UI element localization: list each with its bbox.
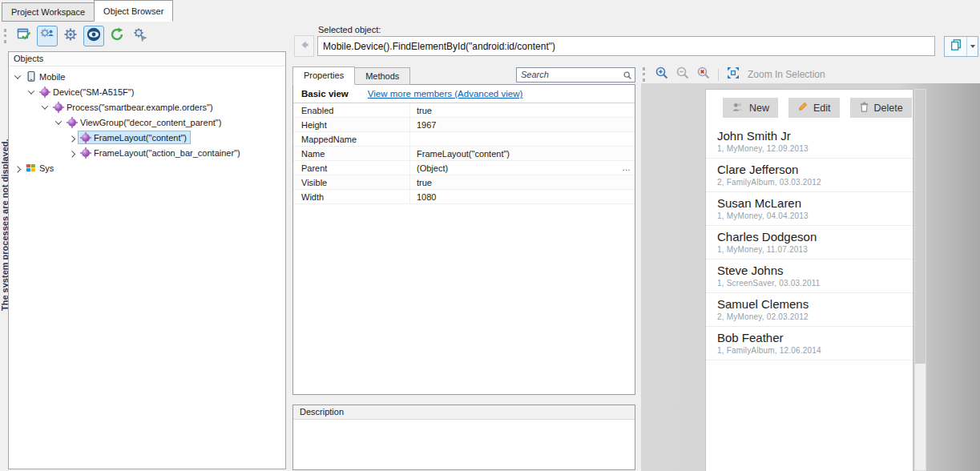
run-routine-button[interactable] [130, 26, 151, 46]
list-item[interactable]: John Smith Jr 1, MyMoney, 12.09.2013 [706, 125, 913, 159]
selected-object-input[interactable] [317, 36, 935, 56]
description-panel: Description [292, 405, 635, 470]
property-name: Parent [293, 161, 410, 175]
people-icon [732, 102, 744, 115]
gears-person-icon [40, 27, 54, 45]
chevron-down-icon[interactable] [12, 71, 23, 83]
toolbar-grip[interactable] [643, 67, 645, 82]
mobile-phone-icon [25, 70, 37, 83]
contact-name: John Smith Jr [717, 128, 901, 143]
property-value: (Object)… [410, 161, 635, 175]
edit-button[interactable]: Edit [788, 98, 840, 118]
chevron-down-icon[interactable] [26, 87, 37, 98]
zoom-in-icon [655, 66, 669, 83]
toolbar-separator [718, 69, 719, 81]
property-row[interactable]: Name FrameLayout("content") [293, 147, 635, 161]
trash-icon [859, 101, 869, 115]
tree-node-device[interactable]: Device("SM-A515F") [9, 84, 285, 99]
highlight-object-button[interactable] [83, 26, 104, 46]
property-name: Enabled [293, 103, 410, 117]
gear-arrow-icon [133, 27, 147, 45]
property-row[interactable]: Visible true [293, 175, 635, 190]
viewer-scrollbar[interactable] [914, 89, 926, 471]
list-item[interactable]: Samuel Clemens 2, MyMoney, 02.03.2012 [706, 293, 913, 327]
chevron-right-icon[interactable] [67, 132, 78, 143]
property-row[interactable]: Parent (Object)… [293, 161, 635, 175]
object-tree: Mobile Device("SM-A515F") Process("smart… [9, 66, 285, 175]
contact-name: Steve Johns [717, 263, 901, 278]
property-value: FrameLayout("content") [410, 147, 635, 160]
object-browser-window: Project Workspace Object Browser The sys… [0, 0, 980, 471]
tab-object-browser[interactable]: Object Browser [94, 0, 173, 22]
property-row[interactable]: Width 1080 [293, 190, 635, 204]
tab-methods[interactable]: Methods [354, 67, 410, 85]
check-objects-button[interactable] [14, 26, 34, 46]
zoom-in-selection-label: Zoom In Selection [748, 69, 825, 80]
property-row[interactable]: Height 1967 [293, 118, 635, 132]
property-row[interactable]: MappedName [293, 132, 635, 147]
tree-node-framelayout-actionbar[interactable]: FrameLayout("action_bar_container") [9, 145, 285, 160]
object-orb-icon [79, 149, 91, 157]
tree-node-sys[interactable]: Sys [9, 160, 285, 175]
contact-details: 1, FamilyAlbum, 12.06.2014 [717, 345, 901, 356]
list-item[interactable]: Steve Johns 1, ScreenSaver, 03.03.2011 [706, 260, 913, 293]
objects-panel: Objects Mobile Device("SM-A515F") Proces… [8, 51, 286, 469]
property-name: Height [293, 118, 410, 131]
button-label: New [749, 103, 769, 114]
inspector-tabs: Properties Methods [292, 66, 409, 85]
search-icon [623, 69, 632, 83]
chevron-right-icon[interactable] [12, 163, 23, 174]
delete-button[interactable]: Delete [850, 98, 912, 118]
zoom-in-button[interactable] [653, 66, 671, 83]
tree-node-viewgroup[interactable]: ViewGroup("decor_content_parent") [9, 115, 285, 130]
tree-node-process[interactable]: Process("smartbear.example.orders") [9, 99, 285, 115]
toolbar-grip[interactable] [4, 29, 6, 43]
object-spy-button[interactable] [37, 26, 58, 46]
object-orb-icon [52, 103, 64, 111]
eye-icon [87, 27, 101, 45]
list-item[interactable]: Bob Feather 1, FamilyAlbum, 12.06.2014 [706, 327, 913, 360]
expand-object-button[interactable]: … [622, 161, 631, 175]
zoom-reset-button[interactable] [695, 66, 712, 83]
chevron-down-icon[interactable] [53, 117, 64, 128]
device-screen-preview[interactable]: New Edit Delete John Smith Jr 1, MyMoney… [705, 89, 913, 471]
tree-node-mobile[interactable]: Mobile [9, 69, 285, 84]
tree-node-label: Sys [39, 163, 54, 173]
property-name: Width [293, 190, 410, 203]
object-orb-icon [79, 134, 91, 142]
chevron-down-icon[interactable] [39, 102, 50, 113]
document-tabs: Project Workspace Object Browser [2, 0, 172, 22]
copy-dropdown-button[interactable] [966, 37, 978, 56]
contact-name: Clare Jefferson [717, 162, 901, 177]
property-row[interactable]: Enabled true [293, 103, 635, 118]
zoom-out-button[interactable] [674, 66, 692, 83]
tree-node-framelayout-content[interactable]: FrameLayout("content") [9, 130, 285, 145]
object-orb-icon [38, 88, 50, 96]
back-button[interactable] [294, 35, 314, 57]
contact-name: Susan McLaren [717, 195, 901, 211]
scrollbar-thumb[interactable] [915, 90, 926, 364]
tab-project-workspace[interactable]: Project Workspace [2, 2, 95, 22]
copy-split-button [944, 36, 978, 57]
refresh-button[interactable] [107, 26, 127, 46]
contact-details: 1, MyMoney, 11.07.2013 [717, 244, 901, 255]
list-item[interactable]: Susan McLaren 1, MyMoney, 04.04.2013 [706, 192, 913, 226]
tab-properties[interactable]: Properties [292, 66, 355, 85]
chevron-right-icon[interactable] [67, 147, 78, 159]
search-input[interactable] [516, 67, 635, 83]
new-button[interactable]: New [723, 98, 778, 118]
grid-view-header: Basic view View more members (Advanced v… [293, 85, 635, 103]
list-item[interactable]: Charles Dodgeson 1, MyMoney, 11.07.2013 [706, 226, 913, 260]
tree-node-label: FrameLayout("action_bar_container") [94, 148, 240, 158]
contact-name: Charles Dodgeson [717, 229, 901, 244]
list-item[interactable]: Clare Jefferson 2, FamilyAlbum, 03.03.20… [706, 159, 913, 192]
copy-button[interactable] [945, 37, 966, 56]
tree-node-label: Process("smartbear.example.orders") [67, 103, 213, 112]
property-search [516, 66, 635, 82]
advanced-view-link[interactable]: View more members (Advanced view) [368, 89, 522, 99]
settings-button[interactable] [60, 26, 81, 46]
fit-selection-button[interactable] [724, 66, 742, 83]
device-button-row: New Edit Delete [723, 98, 913, 118]
tree-node-label: ViewGroup("decor_content_parent") [80, 118, 221, 127]
object-orb-icon [66, 119, 78, 127]
